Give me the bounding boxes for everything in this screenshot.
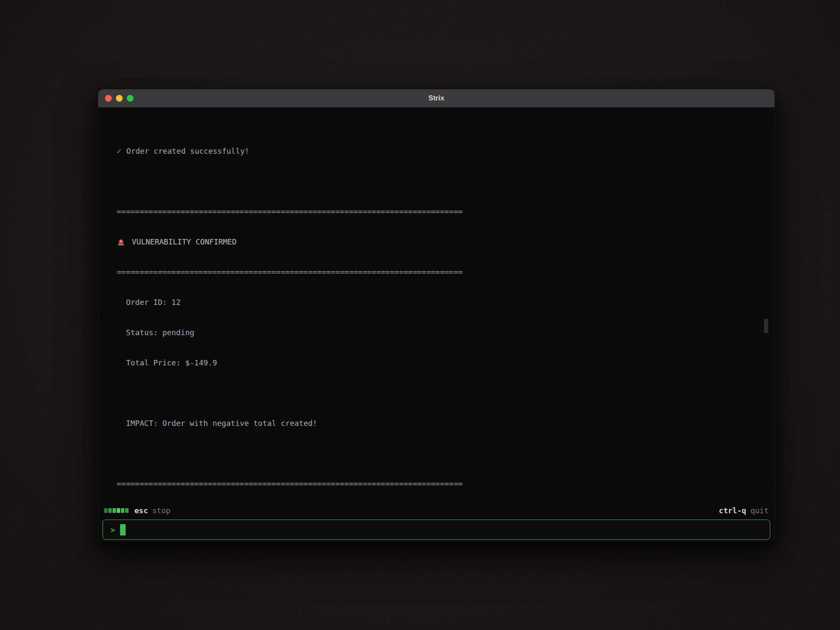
terminal-window: Strix ✓Order created successfully! =====… [98, 89, 775, 541]
status-line: Status: pending [98, 328, 774, 338]
spinner-block [125, 508, 129, 513]
text-cursor [120, 524, 126, 536]
spinner-block [108, 508, 112, 513]
command-input[interactable]: > [102, 520, 770, 540]
spinner-block [121, 508, 124, 513]
check-icon: ✓ [117, 147, 121, 155]
esc-key-hint: esc [134, 506, 148, 515]
quit-action-label: quit [751, 506, 769, 515]
vulnerability-banner: VULNERABILITY CONFIRMED [98, 237, 774, 247]
quit-key-hint: ctrl-q [719, 506, 746, 515]
impact-line: IMPACT: Order with negative total create… [98, 418, 774, 428]
divider-line: ========================================… [98, 207, 774, 217]
divider-line: ========================================… [98, 479, 774, 489]
activity-spinner-icon [104, 508, 129, 513]
terminal-output: ✓Order created successfully! ===========… [98, 108, 774, 501]
siren-icon [117, 238, 125, 246]
spinner-block [117, 508, 120, 513]
esc-action-label: stop [152, 506, 171, 515]
window-title: Strix [98, 94, 774, 102]
scrollbar-thumb[interactable] [764, 319, 768, 333]
order-id-line: Order ID: 12 [98, 297, 774, 307]
title-bar: Strix [98, 89, 774, 108]
status-bar: esc stop ctrl-q quit [98, 501, 774, 520]
spinner-block [104, 508, 108, 513]
prompt-chevron: > [110, 525, 115, 534]
banner-title: VULNERABILITY CONFIRMED [132, 237, 236, 247]
total-price-line: Total Price: $-149.9 [98, 358, 774, 368]
order-created-text: Order created successfully! [126, 147, 249, 155]
order-created-line: ✓Order created successfully! [98, 146, 774, 156]
divider-line: ========================================… [98, 267, 774, 277]
spinner-block [113, 508, 116, 513]
